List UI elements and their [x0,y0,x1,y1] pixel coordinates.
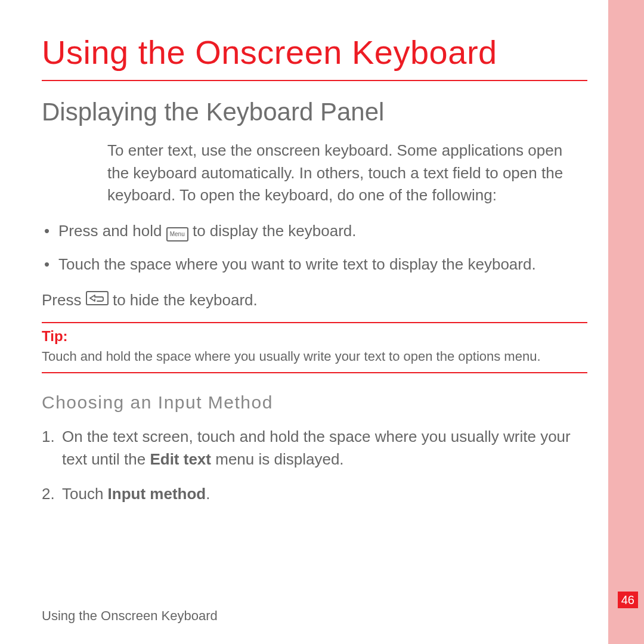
back-key-icon [86,291,109,305]
item1-bold: Edit text [150,450,211,468]
numbered-list: 1. On the text screen, touch and hold th… [42,426,587,505]
document-page: 46 Using the Onscreen Keyboard Displayin… [0,0,644,644]
tip-top-divider [42,322,587,323]
list-number-2: 2. [42,483,55,506]
item2-after: . [206,485,210,503]
side-strip [608,0,644,644]
hide-text-before: Press [42,291,86,309]
numbered-item-1: 1. On the text screen, touch and hold th… [42,426,587,470]
item1-after: menu is displayed. [211,450,344,468]
numbered-item-2: 2. Touch Input method. [42,483,587,506]
tip-block: Tip: Touch and hold the space where you … [42,322,587,373]
bullet-list: Press and hold Menu to display the keybo… [42,220,587,276]
list-number-1: 1. [42,426,55,448]
hide-text-after: to hide the keyboard. [109,291,258,309]
intro-paragraph: To enter text, use the onscreen keyboard… [107,140,587,207]
menu-key-icon: Menu [166,227,188,242]
item2-before: Touch [62,485,108,503]
bullet1-text-after: to display the keyboard. [188,222,357,240]
tip-body: Touch and hold the space where you usual… [42,347,587,366]
footer-text: Using the Onscreen Keyboard [42,608,218,624]
bullet1-text-before: Press and hold [58,222,166,240]
tip-label: Tip: [42,328,587,345]
item2-bold: Input method [108,485,206,503]
bullet-item-touch-space: Touch the space where you want to write … [42,253,587,276]
content-area: Using the Onscreen Keyboard Displaying t… [42,33,587,517]
tip-bottom-divider [42,372,587,373]
bullet-item-press-hold: Press and hold Menu to display the keybo… [42,220,587,243]
section-heading-displaying: Displaying the Keyboard Panel [42,98,587,126]
page-title: Using the Onscreen Keyboard [42,33,587,72]
title-divider [42,80,587,81]
hide-keyboard-line: Press to hide the keyboard. [42,289,587,312]
section-heading-choosing: Choosing an Input Method [42,392,587,413]
page-number: 46 [621,593,634,606]
page-number-badge: 46 [618,592,638,608]
